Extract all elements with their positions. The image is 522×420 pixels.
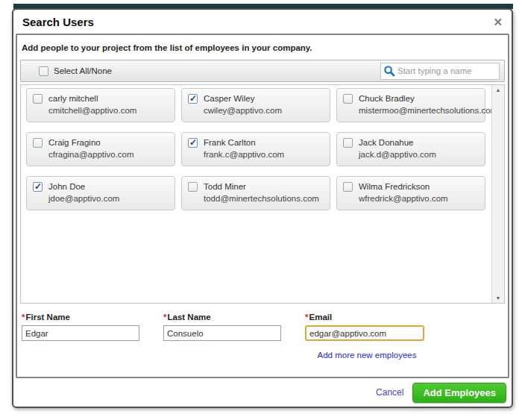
employee-card-text: Craig Fraginocfragina@apptivo.com [48, 137, 134, 166]
scroll-down-icon[interactable]: ▼ [492, 295, 504, 301]
page: Search Users ✕ Add people to your projec… [0, 0, 522, 420]
instruction-text: Add people to your project from the list… [22, 43, 503, 52]
employee-card-text: Casper Wileycwiley@apptivo.com [204, 93, 282, 122]
employee-email: frank.c@apptivo.com [204, 148, 284, 161]
search-users-dialog: Search Users ✕ Add people to your projec… [12, 8, 513, 408]
dialog-footer: Cancel Add Employees [13, 378, 512, 407]
employee-card[interactable]: Wilma Fredricksonwfredrick@apptivo.com [336, 176, 485, 210]
checkbox-unchecked-icon[interactable] [343, 182, 353, 192]
employee-card[interactable]: Chuck Bradleymistermoo@minertechsolution… [336, 88, 485, 122]
checkbox-unchecked-icon[interactable] [33, 138, 43, 148]
employee-card[interactable]: John Doejdoe@apptivo.com [26, 176, 175, 210]
email-field[interactable] [305, 325, 424, 341]
first-name-field[interactable] [22, 325, 139, 341]
employee-email: cmitchell@apptivo.com [48, 104, 136, 117]
employee-card-text: Chuck Bradleymistermoo@minertechsolution… [359, 93, 497, 122]
employee-name: Todd Miner [204, 181, 319, 192]
employee-name: Frank Carlton [204, 137, 284, 148]
employee-card[interactable]: Craig Fraginocfragina@apptivo.com [26, 132, 175, 166]
checkbox-unchecked-icon[interactable] [343, 94, 353, 104]
scroll-up-icon[interactable]: ▲ [492, 87, 504, 93]
employee-card-text: Jack Donahuejack.d@apptivo.com [359, 137, 436, 166]
field-label-text: First Name [25, 313, 69, 322]
employee-card[interactable]: Casper Wileycwiley@apptivo.com [181, 88, 330, 122]
employee-name: Jack Donahue [359, 137, 436, 148]
required-asterisk: * [305, 313, 308, 322]
employee-list: carly mitchellcmitchell@apptivo.comCaspe… [20, 84, 505, 304]
field-label-text: Last Name [167, 313, 210, 322]
add-employees-button[interactable]: Add Employees [412, 383, 506, 403]
select-all-checkbox[interactable] [39, 66, 48, 76]
employee-card[interactable]: Jack Donahuejack.d@apptivo.com [336, 132, 485, 166]
field-label: *Email [305, 313, 447, 322]
cancel-link[interactable]: Cancel [376, 387, 403, 398]
field-label: *Last Name [163, 313, 305, 322]
employee-card[interactable]: carly mitchellcmitchell@apptivo.com [26, 88, 175, 122]
search-box [380, 63, 500, 80]
form-field: *Email [305, 313, 447, 341]
checkbox-checked-icon[interactable] [188, 94, 198, 104]
checkbox-unchecked-icon[interactable] [343, 138, 353, 148]
search-input[interactable] [397, 66, 497, 75]
employee-name: Casper Wiley [204, 93, 282, 104]
employee-grid: carly mitchellcmitchell@apptivo.comCaspe… [21, 85, 491, 303]
dialog-header: Search Users ✕ [13, 10, 512, 34]
employee-email: jdoe@apptivo.com [48, 192, 119, 205]
checkbox-unchecked-icon[interactable] [188, 182, 198, 192]
employee-name: Wilma Fredrickson [359, 181, 448, 192]
search-icon [383, 65, 395, 77]
list-toolbar: Select All/None [20, 60, 505, 82]
employee-email: jack.d@apptivo.com [359, 148, 436, 161]
dialog-body: Add people to your project from the list… [16, 34, 509, 378]
employee-card-text: Wilma Fredricksonwfredrick@apptivo.com [359, 181, 448, 210]
employee-card[interactable]: Frank Carltonfrank.c@apptivo.com [181, 132, 330, 166]
employee-name: Craig Fragino [48, 137, 134, 148]
close-icon[interactable]: ✕ [493, 16, 503, 28]
employee-email: todd@minertechsolutions.com [204, 192, 319, 205]
employee-card-text: John Doejdoe@apptivo.com [48, 181, 119, 210]
checkbox-checked-icon[interactable] [33, 182, 43, 192]
employee-email: wfredrick@apptivo.com [359, 192, 448, 205]
employee-name: Chuck Bradley [359, 93, 497, 104]
last-name-field[interactable] [163, 325, 281, 341]
employee-email: mistermoo@minertechsolutions.com [359, 104, 497, 117]
new-employee-form: *First Name*Last Name*Email [20, 313, 505, 341]
checkbox-unchecked-icon[interactable] [33, 94, 43, 104]
employee-card-text: Frank Carltonfrank.c@apptivo.com [204, 137, 284, 166]
required-asterisk: * [22, 313, 25, 322]
employee-name: carly mitchell [48, 93, 136, 104]
employee-card[interactable]: Todd Minertodd@minertechsolutions.com [181, 176, 330, 210]
employee-card-text: carly mitchellcmitchell@apptivo.com [48, 93, 136, 122]
scrollbar[interactable]: ▲ ▼ [491, 85, 504, 303]
employee-email: cwiley@apptivo.com [204, 104, 282, 117]
field-label: *First Name [22, 313, 163, 322]
employee-card-text: Todd Minertodd@minertechsolutions.com [204, 181, 319, 210]
form-field: *Last Name [163, 313, 305, 341]
form-field: *First Name [22, 313, 163, 341]
checkbox-checked-icon[interactable] [188, 138, 198, 148]
add-more-link[interactable]: Add more new employees [305, 351, 429, 360]
dialog-title: Search Users [22, 16, 94, 28]
field-label-text: Email [309, 313, 332, 322]
employee-name: John Doe [48, 181, 119, 192]
select-all-label: Select All/None [54, 66, 112, 75]
employee-email: cfragina@apptivo.com [48, 148, 134, 161]
required-asterisk: * [163, 313, 166, 322]
